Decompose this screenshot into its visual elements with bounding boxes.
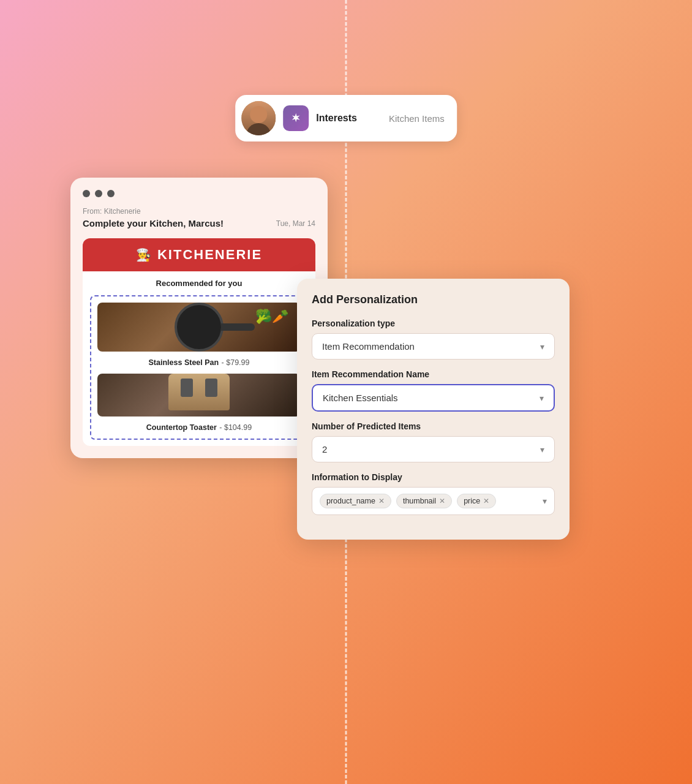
brand-logo-text: KITCHENERIE [157, 247, 262, 263]
veggies-decoration: 🥦🥕 [255, 309, 288, 325]
tag-product-name[interactable]: product_name ✕ [320, 494, 391, 508]
personalization-type-value: Item Recommendation [322, 341, 415, 352]
window-controls [83, 190, 315, 197]
info-display-chevron-icon: ▾ [543, 496, 547, 506]
recommendation-name-select[interactable]: Kitchen Essentials ▾ [312, 384, 555, 412]
recommended-label: Recommended for you [83, 279, 315, 288]
dot-close [83, 190, 90, 197]
predicted-items-label: Number of Predicted Items [312, 421, 555, 431]
recommendation-name-group: Item Recommendation Name Kitchen Essenti… [312, 369, 555, 412]
pan-image: 🥦🥕 [97, 303, 301, 352]
product-item-pan: 🥦🥕 Stainless Steel Pan - $79.99 [97, 303, 301, 368]
email-subject: Complete your Kitchen, Marcus! [83, 218, 224, 228]
tag-product-name-remove-icon[interactable]: ✕ [378, 497, 385, 505]
tag-product-name-text: product_name [326, 497, 375, 505]
email-subject-line: Complete your Kitchen, Marcus! Tue, Mar … [83, 218, 315, 228]
personalization-type-group: Personalization type Item Recommendation… [312, 318, 555, 360]
toaster-name: Countertop Toaster [146, 423, 217, 432]
magic-icon [283, 105, 309, 131]
tag-price[interactable]: price ✕ [457, 494, 496, 508]
personalization-panel: Add Personalization Personalization type… [297, 279, 570, 540]
user-avatar [241, 101, 276, 135]
recommendation-name-chevron-icon: ▾ [540, 393, 544, 403]
toaster-image [97, 374, 301, 417]
recommendation-name-label: Item Recommendation Name [312, 369, 555, 379]
product-item-toaster: Countertop Toaster - $104.99 [97, 374, 301, 432]
tag-thumbnail[interactable]: thumbnail ✕ [396, 494, 452, 508]
info-display-tags-row: product_name ✕ thumbnail ✕ price ✕ ▾ [312, 487, 555, 515]
interests-card: Interests Kitchen Items [235, 95, 457, 141]
panel-title: Add Personalization [312, 293, 555, 306]
tag-price-text: price [464, 497, 480, 505]
personalization-type-select[interactable]: Item Recommendation ▾ [312, 333, 555, 360]
predicted-items-value: 2 [322, 444, 327, 454]
info-display-group: Information to Display product_name ✕ th… [312, 472, 555, 515]
email-preview-card: From: Kitchenerie Complete your Kitchen,… [70, 178, 328, 458]
dot-minimize [95, 190, 102, 197]
pan-name: Stainless Steel Pan [149, 358, 219, 367]
interests-label: Interests [316, 113, 357, 124]
predicted-items-select[interactable]: 2 ▾ [312, 436, 555, 462]
predicted-items-group: Number of Predicted Items 2 ▾ [312, 421, 555, 462]
email-body: 👨‍🍳 KITCHENERIE Recommended for you 🥦🥕 S… [83, 238, 315, 446]
toaster-price: - $104.99 [219, 423, 252, 432]
recommendation-name-value: Kitchen Essentials [323, 393, 398, 403]
dot-maximize [107, 190, 115, 197]
pan-price: - $79.99 [222, 358, 250, 367]
email-date: Tue, Mar 14 [276, 219, 315, 228]
tag-thumbnail-text: thumbnail [403, 497, 436, 505]
personalization-type-label: Personalization type [312, 318, 555, 328]
predicted-items-chevron-icon: ▾ [540, 445, 544, 454]
products-container: 🥦🥕 Stainless Steel Pan - $79.99 Countert… [90, 295, 308, 440]
info-display-label: Information to Display [312, 472, 555, 482]
tag-price-remove-icon[interactable]: ✕ [483, 497, 489, 505]
chef-hat-icon: 👨‍🍳 [136, 247, 151, 262]
tag-thumbnail-remove-icon[interactable]: ✕ [439, 497, 445, 505]
personalization-type-chevron-icon: ▾ [540, 342, 544, 352]
brand-banner: 👨‍🍳 KITCHENERIE [83, 238, 315, 271]
interests-value: Kitchen Items [389, 113, 445, 124]
email-from: From: Kitchenerie [83, 207, 315, 216]
